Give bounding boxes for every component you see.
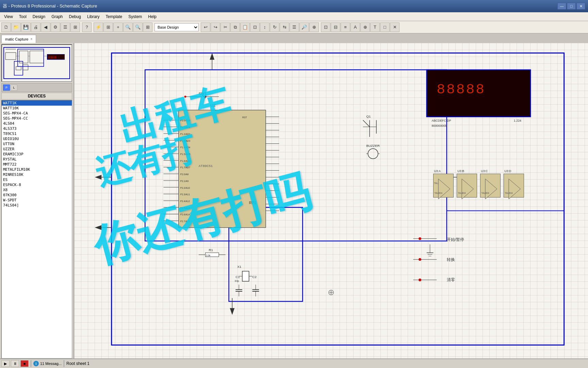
device-item[interactable]: 4LS373 [2,126,72,131]
svg-text:P2.3/A11: P2.3/A11 [180,193,190,196]
tb-bus[interactable]: ≡ [341,22,350,32]
device-item[interactable]: WATT1K [2,101,72,106]
tb-rotate[interactable]: ↻ [270,22,279,32]
tab-bar: matic Capture × [0,33,588,43]
tab-close-button[interactable]: × [30,37,32,41]
tb-block[interactable]: ⊡ [250,22,260,32]
devices-list[interactable]: WATT1KWATT10KSEG-MPX4-CASEG-MPX4-CC4LS04… [1,100,72,358]
device-item[interactable]: ERAMIC33P [2,152,72,157]
tb-auto[interactable]: ⊕ [309,22,319,32]
device-item[interactable]: UZZER [2,147,72,152]
tb-move[interactable]: ↕ [260,22,270,32]
svg-text:SW1: SW1 [199,92,207,96]
menu-graph[interactable]: Graph [49,14,65,20]
svg-text:P1.0/AD0: P1.0/AD0 [180,120,191,122]
canvas-area[interactable]: SW1 U2 [74,43,588,358]
tb-label[interactable]: A [350,22,360,32]
tb-copy[interactable]: ⧉ [230,22,240,32]
device-item[interactable]: 07K300 [2,193,72,198]
svg-text:P1.4/AD4: P1.4/AD4 [180,146,191,149]
tb-redo[interactable]: ↪ [211,22,220,32]
device-item[interactable]: WATT10K [2,106,72,111]
menu-debug[interactable]: Debug [66,14,84,20]
menu-tool[interactable]: Tool [16,14,29,20]
tb-wire[interactable]: ⊟ [331,22,340,32]
tb-zoomview[interactable]: 🔎 [299,22,309,32]
menu-template[interactable]: Template [103,14,125,20]
tb-zoomout[interactable]: 🔍 [133,22,143,32]
device-item[interactable]: SEG-MPX4-CA [2,111,72,116]
device-item[interactable]: ESPACK-8 [2,182,72,187]
tb-mirror[interactable]: ⇆ [280,22,289,32]
tb-save[interactable]: 💾 [21,22,31,32]
tb-print[interactable]: 🖨 [31,22,40,32]
schematic-svg: SW1 U2 [74,43,588,358]
svg-text:清零: 清零 [447,277,455,282]
tb-prop[interactable]: ☰ [290,22,299,32]
device-item[interactable]: MINRES10K [2,172,72,177]
device-item[interactable]: W-SPDT [2,198,72,203]
menu-library[interactable]: Library [84,14,102,20]
menu-system[interactable]: System [126,14,145,20]
schematic-tab[interactable]: matic Capture × [1,35,36,43]
svg-text:U3:B: U3:B [457,169,464,173]
svg-text:88888: 88888 [48,56,57,59]
tb-grid[interactable]: ⊞ [103,22,113,32]
device-item[interactable]: ES [2,177,72,182]
info-icon: i [33,361,39,366]
svg-marker-29 [95,175,102,180]
device-item[interactable]: RYSTAL [2,157,72,162]
svg-text:1.224: 1.224 [514,119,521,123]
svg-text:U3:D: U3:D [504,169,511,173]
status-bar: ▶ ⏸ ■ i 11 Messag... Root sheet 1 [0,358,588,368]
device-item[interactable]: MMT722 [2,162,72,167]
device-item[interactable]: SEG-MPX4-CC [2,116,72,121]
svg-point-95 [368,149,378,159]
menu-design[interactable]: Design [30,14,48,20]
design-dropdown[interactable]: Base Design [154,23,199,31]
menu-bar: View Tool Design Graph Debug Library Tem… [0,12,588,21]
device-item[interactable]: 4LS04 [2,121,72,126]
tb-new[interactable]: 🗋 [1,22,11,32]
tb-marker[interactable]: ⊕ [360,22,370,32]
play-button[interactable]: ▶ [1,360,10,367]
pause-button[interactable]: ⏸ [11,360,19,367]
tb-cut[interactable]: ✂ [220,22,230,32]
tb-zoomin[interactable]: 🔍 [123,22,133,32]
minimize-button[interactable]: — [557,3,566,10]
device-item[interactable]: METALFILM10K [2,167,72,172]
tb-component[interactable]: ⊡ [321,22,330,32]
stop-button[interactable]: ■ [20,360,29,367]
tb-netlist[interactable]: ⊞ [70,22,80,32]
tb-back[interactable]: ◀ [41,22,50,32]
device-item[interactable]: UDIO10U [2,136,72,141]
svg-text:P2.2/A10: P2.2/A10 [180,187,190,189]
preview-box: 88888 [1,44,72,82]
maximize-button[interactable]: □ [567,3,576,10]
svg-text:C1: C1 [235,275,240,279]
pointer-tool[interactable]: P [3,85,10,91]
tb-list[interactable]: ☰ [61,22,70,32]
tb-power[interactable]: ⚡ [94,22,103,32]
menu-view[interactable]: View [1,14,16,20]
tb-open[interactable]: 📁 [11,22,21,32]
tb-ref[interactable]: ⚙ [51,22,60,32]
close-button[interactable]: ✕ [576,3,585,10]
layer-tool[interactable]: L [11,85,17,91]
svg-text:P1.6/AD6: P1.6/AD6 [180,160,191,162]
svg-point-145 [419,279,421,281]
menu-help[interactable]: Help [145,14,159,20]
device-item[interactable]: X8 [2,187,72,193]
tb-zoomfit[interactable]: ⊞ [143,22,152,32]
device-item[interactable]: T89C51 [2,131,72,136]
tb-paste[interactable]: 📋 [240,22,250,32]
tb-plus[interactable]: + [113,22,123,32]
tb-undo[interactable]: ↩ [201,22,210,32]
tb-box[interactable]: □ [380,22,390,32]
tb-text[interactable]: T [370,22,380,32]
svg-point-21 [184,96,186,98]
device-item[interactable]: 74LS04] [2,203,72,208]
tb-help[interactable]: ? [82,22,92,32]
tb-cross[interactable]: ✕ [390,22,399,32]
device-item[interactable]: UTTON [2,141,72,147]
